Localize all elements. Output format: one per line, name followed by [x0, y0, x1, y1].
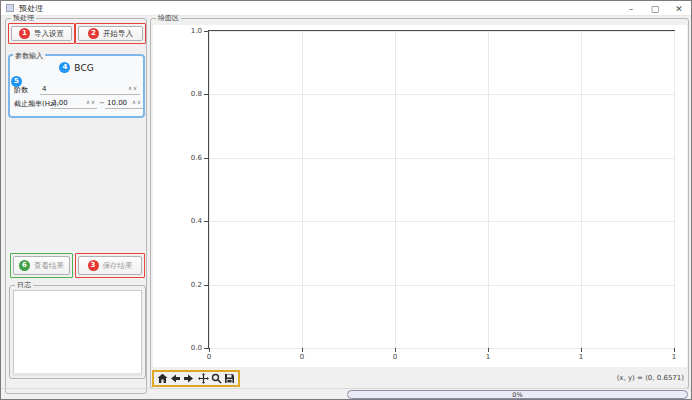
plot-group-label: 绘图区	[156, 14, 181, 23]
badge-4: 4	[59, 62, 70, 73]
signal-type-row[interactable]: 4 BCG	[10, 62, 143, 73]
order-row: 阶数 4 ∧∨	[10, 83, 143, 96]
window-title: 预处理	[19, 3, 43, 14]
maximize-button[interactable]: ▢	[643, 1, 667, 16]
annotation-box-1: 1 导入设置	[8, 23, 75, 44]
badge-3: 3	[88, 260, 99, 271]
cutoff-high-spinbox[interactable]: 10.00 ∧∨	[105, 97, 143, 109]
progress-bar: 0%	[347, 390, 688, 399]
cutoff-row: 截止频率(Hz): 2.00 ∧∨ ~ 10.00 ∧∨	[10, 97, 143, 110]
badge-5: 5	[11, 76, 22, 87]
x-tick-mark	[488, 348, 489, 352]
save-result-button[interactable]: 3 保存结果	[78, 256, 142, 275]
gridline-horizontal	[209, 94, 674, 95]
order-value: 4	[42, 85, 46, 93]
view-result-button[interactable]: 6 查看结果	[13, 256, 70, 275]
cutoff-low-spinner-icons[interactable]: ∧∨	[86, 99, 96, 105]
gridline-vertical	[674, 31, 675, 348]
cutoff-low-value: 2.00	[52, 99, 68, 107]
badge-6: 6	[19, 260, 30, 271]
y-tick-mark	[204, 348, 208, 349]
import-settings-label: 导入设置	[34, 29, 64, 39]
forward-icon[interactable]	[183, 373, 194, 385]
x-tick-label: 0	[393, 353, 397, 361]
progress-label: 0%	[512, 391, 522, 399]
x-tick-mark	[302, 348, 303, 352]
x-tick-mark	[581, 348, 582, 352]
x-tick-label: 1	[579, 353, 583, 361]
back-icon[interactable]	[170, 373, 181, 385]
x-tick-label: 0	[207, 353, 211, 361]
preprocess-group: 预处理 1 导入设置 2 开始导入 参数输入 4 BCG 5 阶数 4 ∧∨	[5, 18, 147, 394]
gridline-vertical	[209, 31, 210, 348]
log-horizontal-scrollbar[interactable]	[12, 373, 143, 376]
range-separator: ~	[99, 99, 105, 107]
log-group: 日志	[9, 285, 146, 379]
annotation-box-3: 3 保存结果	[75, 253, 145, 278]
badge-1: 1	[19, 28, 30, 39]
x-tick-label: 0	[300, 353, 304, 361]
param-input-group: 参数输入 4 BCG 5 阶数 4 ∧∨ 截止频率(Hz): 2.00 ∧∨ ~…	[8, 54, 145, 118]
cutoff-high-spinner-icons[interactable]: ∧∨	[132, 99, 142, 105]
y-tick-label: 1.0	[191, 27, 202, 35]
preprocess-group-label: 预处理	[11, 14, 36, 23]
gridline-horizontal	[209, 158, 674, 159]
gridline-horizontal	[209, 31, 674, 32]
zoom-rect-icon[interactable]	[211, 373, 222, 385]
plot-canvas[interactable]: 1.00.80.60.40.20.0000111	[153, 25, 687, 367]
x-tick-label: 1	[672, 353, 676, 361]
start-import-button[interactable]: 2 开始导入	[78, 26, 143, 41]
y-tick-label: 0.4	[191, 217, 202, 225]
signal-type-value: BCG	[74, 63, 93, 73]
view-result-label: 查看结果	[34, 261, 64, 271]
home-icon[interactable]	[157, 373, 168, 385]
x-tick-mark	[209, 348, 210, 352]
cursor-coords-readout: (x, y) = (0, 0.6571)	[617, 374, 684, 382]
app-icon	[6, 4, 14, 12]
log-textarea[interactable]	[13, 290, 142, 375]
save-result-label: 保存结果	[103, 261, 133, 271]
plot-nav-toolbar	[152, 370, 240, 387]
y-tick-label: 0.2	[191, 281, 202, 289]
badge-2: 2	[88, 28, 99, 39]
y-tick-mark	[204, 158, 208, 159]
gridline-vertical	[488, 31, 489, 348]
gridline-horizontal	[209, 348, 674, 349]
gridline-vertical	[395, 31, 396, 348]
y-tick-label: 0.6	[191, 154, 202, 162]
plot-axes[interactable]: 1.00.80.60.40.20.0000111	[208, 30, 675, 349]
y-tick-mark	[204, 94, 208, 95]
param-group-label: 参数输入	[13, 52, 45, 60]
y-tick-mark	[204, 221, 208, 222]
pan-icon[interactable]	[198, 373, 209, 385]
log-group-label: 日志	[15, 281, 33, 290]
cutoff-low-spinbox[interactable]: 2.00 ∧∨	[50, 97, 97, 109]
plot-group: 绘图区 1.00.80.60.40.20.0000111	[150, 18, 689, 389]
gridline-horizontal	[209, 285, 674, 286]
minimize-button[interactable]: –	[619, 1, 643, 16]
x-tick-label: 1	[486, 353, 490, 361]
order-spinner-icons[interactable]: ∧∨	[128, 85, 138, 91]
save-icon[interactable]	[224, 373, 235, 385]
annotation-box-2: 2 开始导入	[75, 23, 146, 44]
statusbar-divider	[1, 388, 691, 389]
close-button[interactable]: ✕	[667, 1, 691, 16]
gridline-vertical	[302, 31, 303, 348]
y-tick-mark	[204, 31, 208, 32]
spin-down-icon[interactable]: ∨	[137, 99, 142, 105]
x-tick-mark	[674, 348, 675, 352]
gridline-horizontal	[209, 221, 674, 222]
spin-down-icon[interactable]: ∨	[91, 99, 96, 105]
x-tick-mark	[395, 348, 396, 352]
start-import-label: 开始导入	[103, 29, 133, 39]
order-spinbox[interactable]: 4 ∧∨	[40, 83, 140, 95]
title-bar: 预处理 – ▢ ✕	[1, 1, 691, 16]
y-tick-label: 0.0	[191, 344, 202, 352]
spin-down-icon[interactable]: ∨	[133, 85, 138, 91]
cutoff-high-value: 10.00	[107, 99, 127, 107]
gridline-vertical	[581, 31, 582, 348]
y-tick-mark	[204, 285, 208, 286]
annotation-box-6: 6 查看结果	[10, 253, 73, 278]
import-settings-button[interactable]: 1 导入设置	[11, 26, 72, 41]
y-tick-label: 0.8	[191, 90, 202, 98]
